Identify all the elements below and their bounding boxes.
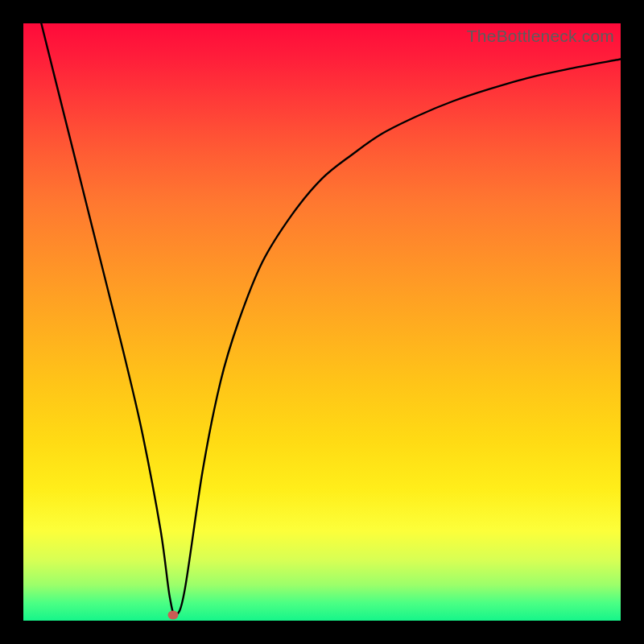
optimal-point-marker [167, 610, 178, 619]
chart-plot-area: TheBottleneck.com [23, 23, 621, 621]
bottleneck-curve [23, 23, 621, 621]
watermark-label: TheBottleneck.com [467, 27, 614, 46]
